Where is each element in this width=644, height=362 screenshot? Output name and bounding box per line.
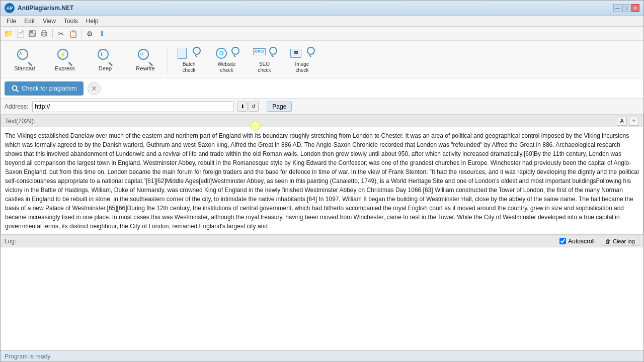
clear-log-btn[interactable]: 🗑 Clear log — [601, 237, 639, 246]
express-label: Express — [55, 65, 75, 71]
deep-label: Deep — [99, 65, 112, 71]
log-header: Log: Autoscroll 🗑 Clear log — [1, 235, 643, 247]
editor-area: Text(7029): A ≡ The Vikings established … — [1, 115, 643, 235]
close-btn[interactable]: ✕ — [631, 4, 639, 12]
menu-tools[interactable]: Tools — [60, 17, 82, 26]
log-title: Log: — [5, 238, 16, 245]
editor-tools: A ≡ — [617, 117, 639, 126]
check-plagiarism-btn[interactable]: Check for plagiarism — [5, 81, 84, 96]
action-row: Check for plagiarism ✕ — [1, 78, 643, 99]
batch-label: Batchcheck — [182, 61, 195, 73]
express-check-btn[interactable]: ⚡ Express — [45, 43, 85, 76]
svg-rect-1 — [30, 31, 33, 33]
status-bar: Program is ready — [1, 350, 643, 361]
deep-icon: ⬇ — [96, 47, 114, 65]
image-check-btn[interactable]: 🖼 Imagecheck — [283, 43, 321, 76]
seo-icon: SEO — [252, 46, 277, 61]
menu-bar: File Edit View Tools Help — [1, 16, 643, 27]
batch-check-btn[interactable]: Batchcheck — [170, 43, 208, 76]
autoscroll-checkbox[interactable] — [559, 238, 566, 244]
editor-text: The Vikings established Danelaw over muc… — [5, 131, 639, 231]
address-actions: ⬇ ↺ — [237, 102, 259, 112]
image-check-icon: 🖼 — [290, 46, 315, 61]
menu-edit[interactable]: Edit — [20, 17, 39, 26]
standard-icon: A — [16, 47, 34, 65]
clear-log-icon: 🗑 — [605, 238, 611, 244]
log-area: Log: Autoscroll 🗑 Clear log — [1, 235, 643, 350]
svg-rect-2 — [30, 34, 35, 36]
window-controls: — □ ✕ — [613, 4, 639, 12]
express-icon: ⚡ — [56, 47, 74, 65]
batch-icon — [177, 46, 202, 61]
check-separator — [168, 46, 168, 73]
app-title: AntiPlagiarism.NET — [18, 5, 613, 12]
maximize-btn[interactable]: □ — [622, 4, 630, 12]
toolbar: 📁 📄 ✂ 📋 ⚙ ℹ — [1, 27, 643, 41]
website-label: Websitecheck — [218, 61, 236, 73]
svg-rect-5 — [43, 34, 46, 36]
log-actions: Autoscroll 🗑 Clear log — [559, 237, 639, 246]
open-folder-btn[interactable]: 📁 — [3, 28, 14, 39]
svg-rect-4 — [43, 31, 46, 33]
refresh-btn[interactable]: ↺ — [249, 102, 259, 112]
standard-label: Standart — [14, 65, 35, 71]
new-file-btn[interactable]: 📄 — [15, 28, 26, 39]
print-btn[interactable] — [39, 28, 50, 39]
info-btn[interactable]: ℹ — [96, 28, 107, 39]
svg-line-7 — [17, 89, 19, 92]
cut-btn[interactable]: ✂ — [55, 28, 66, 39]
log-content — [1, 247, 643, 350]
standard-check-btn[interactable]: A Standart — [5, 43, 45, 76]
minimize-btn[interactable]: — — [613, 4, 621, 12]
main-window: AP AntiPlagiarism.NET — □ ✕ File Edit Vi… — [0, 0, 644, 362]
image-label: Imagecheck — [295, 61, 309, 73]
menu-file[interactable]: File — [3, 17, 20, 26]
app-logo: AP — [5, 3, 15, 13]
cancel-btn[interactable]: ✕ — [88, 82, 101, 95]
page-btn[interactable]: Page — [267, 102, 292, 112]
rewrite-check-btn[interactable]: ↺ Rewrite — [125, 43, 166, 76]
website-icon: 🌐 — [214, 46, 239, 61]
settings-btn[interactable]: ⚙ — [84, 28, 95, 39]
save-file-btn[interactable] — [27, 28, 38, 39]
editor-title: Text(7029): — [5, 118, 35, 125]
menu-help[interactable]: Help — [82, 17, 103, 26]
editor-header: Text(7029): A ≡ — [1, 115, 643, 127]
main-content: Text(7029): A ≡ The Vikings established … — [1, 115, 643, 350]
title-bar: AP AntiPlagiarism.NET — □ ✕ — [1, 1, 643, 16]
seo-check-btn[interactable]: SEO SEOcheck — [246, 43, 283, 76]
check-types-bar: A Standart ⚡ Express ⬇ — [1, 41, 643, 78]
autoscroll-label[interactable]: Autoscroll — [559, 238, 595, 245]
address-row: Address: ⬇ ↺ Page — [1, 99, 643, 115]
download-btn[interactable]: ⬇ — [237, 102, 248, 112]
seo-label: SEOcheck — [258, 61, 271, 73]
search-icon — [12, 85, 19, 92]
editor-content[interactable]: The Vikings established Danelaw over muc… — [1, 127, 643, 234]
deep-check-btn[interactable]: ⬇ Deep — [85, 43, 125, 76]
address-input[interactable] — [32, 101, 233, 112]
address-label: Address: — [5, 103, 28, 110]
website-check-btn[interactable]: 🌐 Websitecheck — [208, 43, 246, 76]
rewrite-icon: ↺ — [136, 47, 154, 65]
copy-btn[interactable]: 📋 — [67, 28, 78, 39]
menu-view[interactable]: View — [39, 17, 60, 26]
editor-font-btn[interactable]: A — [617, 117, 627, 126]
status-text: Program is ready — [5, 353, 50, 360]
editor-list-btn[interactable]: ≡ — [629, 117, 639, 126]
